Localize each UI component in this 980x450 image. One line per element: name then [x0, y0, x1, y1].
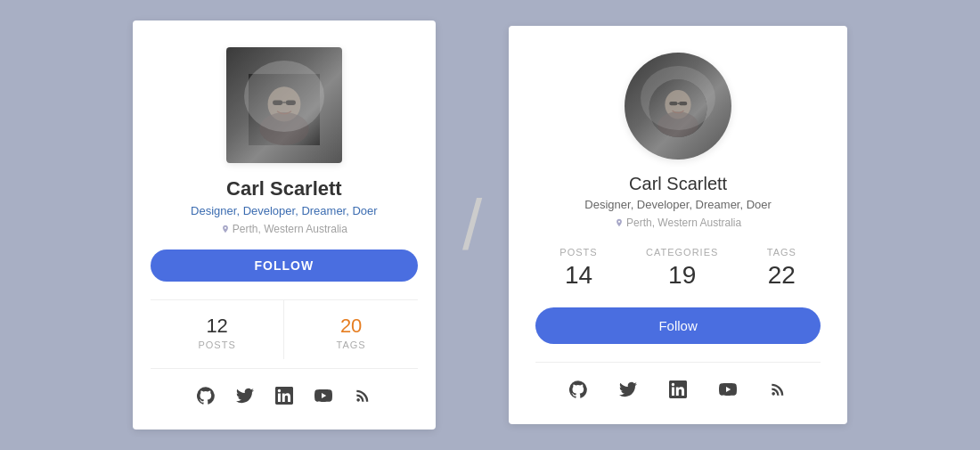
right-stats: POSTS 14 CATEGORIES 19 TAGS 22 [535, 247, 821, 290]
right-name: Carl Scarlett [629, 174, 727, 194]
right-profile-card: Carl Scarlett Designer, Developer, Dream… [509, 26, 847, 424]
left-avatar [226, 47, 342, 163]
left-name: Carl Scarlett [226, 177, 342, 200]
svg-point-2 [267, 86, 300, 121]
left-stat-posts-label: POSTS [159, 340, 275, 350]
right-tagline: Designer, Developer, Dreamer, Doer [584, 198, 772, 211]
left-rss-icon[interactable] [350, 383, 375, 408]
svg-point-11 [657, 111, 698, 137]
right-stat-posts-number: 14 [559, 261, 597, 290]
svg-rect-5 [286, 101, 296, 106]
svg-rect-13 [679, 102, 687, 105]
left-stat-posts: 12 POSTS [151, 300, 285, 359]
pin-icon [221, 225, 230, 233]
right-rss-icon[interactable] [765, 377, 790, 402]
right-twitter-icon[interactable] [616, 377, 641, 402]
divider-slash: / [462, 190, 482, 261]
svg-rect-4 [273, 101, 282, 106]
right-follow-button[interactable]: Follow [535, 307, 821, 344]
left-github-icon[interactable] [193, 383, 218, 408]
left-follow-button[interactable]: FOLLOW [151, 250, 418, 282]
right-github-icon[interactable] [566, 377, 591, 402]
right-stat-categories: CATEGORIES 19 [646, 247, 718, 290]
right-linkedin-icon[interactable] [666, 377, 690, 402]
right-stat-categories-number: 19 [646, 261, 718, 290]
left-social-icons [151, 368, 418, 412]
left-location: Perth, Western Australia [221, 223, 347, 235]
left-youtube-icon[interactable] [311, 383, 336, 408]
left-tagline: Designer, Developer, Dreamer, Doer [191, 204, 378, 217]
svg-point-10 [665, 90, 690, 119]
right-location: Perth, Western Australia [615, 217, 741, 229]
left-stat-tags: 20 TAGS [284, 300, 418, 359]
svg-point-3 [259, 112, 308, 145]
right-stat-tags-number: 22 [767, 261, 796, 290]
right-stat-posts: POSTS 14 [559, 247, 597, 290]
svg-rect-12 [669, 102, 677, 105]
left-stat-tags-label: TAGS [293, 340, 409, 350]
left-stat-posts-number: 12 [159, 315, 275, 338]
right-social-icons [535, 362, 821, 402]
right-stat-posts-label: POSTS [559, 247, 597, 258]
right-stat-tags: TAGS 22 [767, 247, 796, 290]
right-stat-categories-label: CATEGORIES [646, 247, 718, 258]
left-twitter-icon[interactable] [233, 383, 257, 408]
right-avatar [625, 53, 731, 160]
page-wrapper: Carl Scarlett Designer, Developer, Dream… [0, 3, 980, 447]
svg-point-9 [649, 79, 707, 137]
left-stat-tags-number: 20 [293, 315, 409, 338]
left-linkedin-icon[interactable] [272, 383, 297, 408]
right-pin-icon [615, 218, 624, 227]
right-youtube-icon[interactable] [715, 377, 740, 402]
right-stat-tags-label: TAGS [767, 247, 796, 258]
left-stats: 12 POSTS 20 TAGS [151, 299, 418, 359]
left-profile-card: Carl Scarlett Designer, Developer, Dream… [133, 20, 436, 430]
